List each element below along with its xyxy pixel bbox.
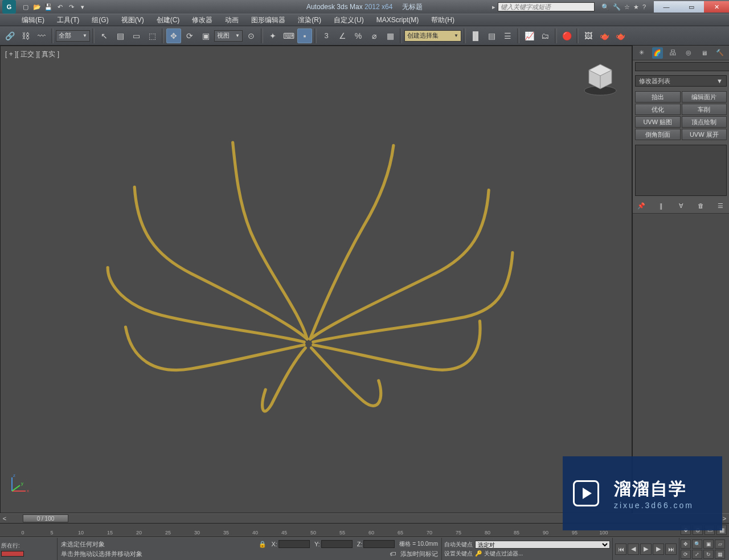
app-logo[interactable]: G <box>2 0 16 14</box>
menu-custom[interactable]: 自定义(U) <box>328 14 370 26</box>
hierarchy-tab-icon[interactable]: 品 <box>667 47 679 59</box>
maximize-button[interactable]: ▭ <box>679 1 704 13</box>
pan-icon[interactable]: ✥ <box>681 539 691 549</box>
menu-modifiers[interactable]: 修改器 <box>186 14 218 26</box>
move-icon[interactable]: ✥ <box>166 28 181 43</box>
qat-dropdown-icon[interactable]: ▾ <box>77 2 88 12</box>
menu-render[interactable]: 渲染(R) <box>292 14 327 26</box>
named-selection[interactable]: 创建选择集 <box>404 30 461 42</box>
mod-btn-2[interactable]: 优化 <box>635 104 681 115</box>
show-end-icon[interactable]: ‖ <box>656 201 666 211</box>
keyboard-icon[interactable]: ⌨ <box>281 28 296 43</box>
schematic-icon[interactable]: 🗂 <box>538 28 552 43</box>
select-rect-icon[interactable]: ▭ <box>129 28 144 43</box>
menu-animation[interactable]: 动画 <box>219 14 244 26</box>
fov-icon[interactable]: ▱ <box>715 539 725 549</box>
menu-views[interactable]: 视图(V) <box>116 14 150 26</box>
curve-editor-icon[interactable]: 📈 <box>522 28 536 43</box>
timetag-icon[interactable]: 🏷 <box>390 550 396 557</box>
redo-icon[interactable]: ↷ <box>66 2 76 12</box>
select-icon[interactable]: ↖ <box>97 28 112 43</box>
favorite-icon[interactable]: ★ <box>633 3 639 11</box>
slider-prev-icon[interactable]: < <box>0 515 9 522</box>
minimize-button[interactable]: — <box>654 1 679 13</box>
roll-icon[interactable]: ↻ <box>703 550 714 559</box>
mod-btn-3[interactable]: 车削 <box>682 104 727 115</box>
display-tab-icon[interactable]: 🖥 <box>699 47 710 59</box>
bind-icon[interactable]: 〰 <box>34 28 49 43</box>
mod-btn-4[interactable]: UVW 贴图 <box>635 116 681 128</box>
modify-tab-icon[interactable]: 🌈 <box>652 47 664 59</box>
utilities-tab-icon[interactable]: 🔨 <box>715 47 726 59</box>
percent-snap-icon[interactable]: % <box>351 28 366 43</box>
binoculars-icon[interactable]: 🔍 <box>601 3 609 11</box>
snap-toggle-icon[interactable]: ▪ <box>297 28 312 43</box>
exchange-icon[interactable]: ☆ <box>624 3 630 11</box>
help-icon[interactable]: ? <box>642 3 646 11</box>
next-frame-icon[interactable]: ▶ <box>653 543 664 555</box>
tool-icon[interactable]: 🔧 <box>613 3 621 11</box>
menu-maxscript[interactable]: MAXScript(M) <box>371 15 425 25</box>
spinner-snap-icon[interactable]: ⌀ <box>367 28 382 43</box>
add-time-tag[interactable]: 添加时间标记 <box>400 550 438 558</box>
key-filters[interactable]: 关键点过滤器... <box>484 550 523 558</box>
prev-frame-icon[interactable]: ◀ <box>628 543 639 555</box>
select-name-icon[interactable]: ▤ <box>113 28 128 43</box>
select-window-icon[interactable]: ⬚ <box>145 28 159 43</box>
close-button[interactable]: ✕ <box>704 1 729 13</box>
layers-icon[interactable]: ☰ <box>500 28 515 43</box>
new-icon[interactable]: ▢ <box>21 2 31 12</box>
coord-system[interactable]: 视图 <box>214 30 243 42</box>
menu-group[interactable]: 组(G) <box>86 14 114 26</box>
play-icon[interactable]: ▶ <box>640 543 652 555</box>
mod-btn-5[interactable]: 顶点绘制 <box>682 116 727 128</box>
viewport[interactable]: [ + ][ 正交 ][ 真实 ] <box>0 46 632 513</box>
pin-stack-icon[interactable]: 📌 <box>636 201 646 211</box>
lock-icon[interactable]: 🔒 <box>259 541 267 548</box>
caret-icon[interactable]: ▸ <box>492 3 495 11</box>
selection-filter[interactable]: 全部 <box>56 30 90 42</box>
angle-snap-icon[interactable]: ∠ <box>335 28 350 43</box>
scale-icon[interactable]: ▣ <box>198 28 213 43</box>
object-name-input[interactable] <box>635 62 729 71</box>
material-icon[interactable]: 🔴 <box>559 28 574 43</box>
viewcube[interactable] <box>580 58 620 97</box>
make-unique-icon[interactable]: ∀ <box>676 201 686 211</box>
goto-end-icon[interactable]: ⏭ <box>665 543 677 555</box>
manipulate-icon[interactable]: ✦ <box>265 28 280 43</box>
create-tab-icon[interactable]: ✳ <box>636 47 648 59</box>
coord-z-input[interactable] <box>363 540 395 548</box>
menu-tools[interactable]: 工具(T) <box>51 14 85 26</box>
snap-3d-icon[interactable]: 3 <box>319 28 334 43</box>
coord-y-input[interactable] <box>321 540 353 548</box>
render-icon[interactable]: 🫖 <box>613 28 628 43</box>
link-icon[interactable]: 🔗 <box>2 28 17 43</box>
open-icon[interactable]: 📂 <box>32 2 42 12</box>
mod-btn-7[interactable]: UVW 展开 <box>682 129 727 140</box>
remove-mod-icon[interactable]: 🗑 <box>695 201 706 211</box>
undo-icon[interactable]: ↶ <box>55 2 65 12</box>
goto-start-icon[interactable]: ⏮ <box>615 543 626 555</box>
search-input[interactable] <box>498 2 595 11</box>
align-icon[interactable]: ▤ <box>484 28 499 43</box>
key-icon[interactable]: 🔑 <box>475 550 482 557</box>
rotate-icon[interactable]: ⟳ <box>182 28 197 43</box>
configure-sets-icon[interactable]: ☰ <box>715 201 726 211</box>
dolly-icon[interactable]: ⤢ <box>692 550 702 559</box>
mod-btn-0[interactable]: 抬出 <box>635 91 681 103</box>
orbit-icon[interactable]: ⟳ <box>681 550 691 559</box>
zoom-icon[interactable]: 🔍 <box>692 539 702 549</box>
menu-edit[interactable]: 编辑(E) <box>16 14 50 26</box>
save-icon[interactable]: 💾 <box>43 2 54 12</box>
mod-btn-1[interactable]: 编辑面片 <box>682 91 727 103</box>
max-viewport-icon[interactable]: ▦ <box>715 550 725 559</box>
pivot-icon[interactable]: ⊙ <box>244 28 259 43</box>
menu-help[interactable]: 帮助(H) <box>425 14 460 26</box>
render-setup-icon[interactable]: 🖼 <box>581 28 596 43</box>
modifier-list-dropdown[interactable]: 修改器列表▼ <box>635 75 727 87</box>
coord-x-input[interactable] <box>279 540 310 548</box>
mod-btn-6[interactable]: 倒角剖面 <box>635 129 681 140</box>
time-handle[interactable]: 0 / 100 <box>23 514 68 522</box>
mirror-icon[interactable]: ▐▌ <box>468 28 483 43</box>
unlink-icon[interactable]: ⛓ <box>18 28 33 43</box>
